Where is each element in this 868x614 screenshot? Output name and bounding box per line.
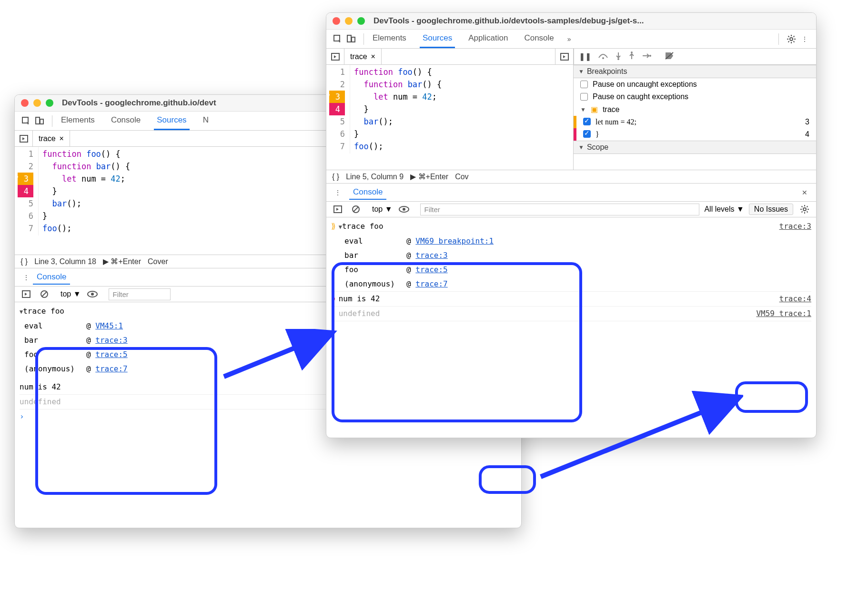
issues-button[interactable]: No Issues xyxy=(749,204,793,215)
tab-application[interactable]: Application xyxy=(465,30,511,48)
svg-point-13 xyxy=(790,38,793,41)
step-into-icon[interactable] xyxy=(615,51,622,62)
cursor-position: Line 5, Column 9 xyxy=(346,173,404,181)
more-tabs-icon[interactable] xyxy=(555,49,573,64)
coverage-label: Cov xyxy=(455,173,468,181)
zoom-dot[interactable] xyxy=(46,99,53,107)
close-drawer-icon[interactable]: ✕ xyxy=(798,186,811,199)
source-link[interactable]: trace:7 xyxy=(95,364,127,373)
tab-elements[interactable]: Elements xyxy=(370,30,409,48)
source-link[interactable]: VM69 breakpoint:1 xyxy=(415,236,494,246)
step-out-icon[interactable] xyxy=(628,51,635,62)
pretty-print-icon[interactable]: { } xyxy=(20,257,28,266)
breakpoint-line: 3 xyxy=(805,118,809,126)
traffic-lights xyxy=(333,17,365,25)
more-tabs-chevron-icon[interactable]: » xyxy=(567,35,571,43)
device-icon[interactable] xyxy=(33,115,46,127)
clear-console-icon[interactable] xyxy=(349,203,363,215)
breakpoint-line: 4 xyxy=(805,130,809,139)
svg-point-16 xyxy=(602,57,604,59)
source-link[interactable]: trace:3 xyxy=(779,219,811,234)
run-hint: ▶ ⌘+Enter xyxy=(103,257,141,266)
drawer-menu-icon[interactable]: ⋮ xyxy=(331,186,344,199)
close-icon[interactable]: × xyxy=(371,52,375,61)
pause-icon[interactable]: ❚❚ xyxy=(579,52,591,61)
step-icon[interactable] xyxy=(642,52,651,61)
console-message: num is 42 xyxy=(339,292,380,306)
context-selector[interactable]: top ▼ xyxy=(61,290,81,298)
tab-console[interactable]: Console xyxy=(108,112,143,130)
breakpoint-item[interactable]: let num = 42; 3 xyxy=(576,116,816,128)
drawer-menu-icon[interactable]: ⋮ xyxy=(20,271,33,284)
source-link[interactable]: trace:3 xyxy=(95,336,127,345)
inspect-icon[interactable] xyxy=(331,33,344,45)
inspect-icon[interactable] xyxy=(20,115,33,127)
clear-console-icon[interactable] xyxy=(38,288,51,300)
minimize-dot[interactable] xyxy=(345,17,353,25)
log-levels-selector[interactable]: All levels ▼ xyxy=(704,205,744,214)
scope-header[interactable]: ▼Scope xyxy=(574,141,816,154)
deactivate-breakpoints-icon[interactable] xyxy=(665,51,674,62)
window-title: DevTools - googlechrome.github.io/devtoo… xyxy=(373,16,644,26)
source-link[interactable]: VM45:1 xyxy=(95,321,123,330)
settings-gear-icon[interactable] xyxy=(785,33,798,45)
stack-frame[interactable]: eval@ VM69 breakpoint:1 xyxy=(344,234,811,248)
svg-point-20 xyxy=(631,51,633,53)
show-navigator-icon[interactable] xyxy=(326,49,344,64)
source-link[interactable]: trace:3 xyxy=(415,251,447,260)
show-navigator-icon[interactable] xyxy=(15,131,33,146)
minimize-dot[interactable] xyxy=(33,99,41,107)
svg-rect-10 xyxy=(334,35,340,41)
filter-input[interactable]: Filter xyxy=(109,288,171,300)
code-editor[interactable]: 1234567 function foo() { function bar() … xyxy=(326,65,573,154)
context-selector[interactable]: top ▼ xyxy=(372,205,393,214)
pause-uncaught-checkbox[interactable]: Pause on uncaught exceptions xyxy=(574,78,816,91)
settings-gear-icon[interactable] xyxy=(798,203,811,215)
eye-icon[interactable] xyxy=(397,203,411,215)
eye-icon[interactable] xyxy=(86,288,99,300)
stack-frame[interactable]: (anonymous)@ trace:7 xyxy=(344,277,811,291)
tab-console[interactable]: Console xyxy=(521,30,556,48)
tab-sources[interactable]: Sources xyxy=(154,112,189,130)
svg-point-28 xyxy=(403,208,405,211)
close-dot[interactable] xyxy=(333,17,340,25)
coverage-label: Cover xyxy=(148,257,168,266)
panel-tabs: Elements Sources Application Console » xyxy=(370,30,571,48)
drawer-tab-console[interactable]: Console xyxy=(33,270,70,285)
breakpoint-group[interactable]: ▼▣trace xyxy=(574,103,816,116)
filter-input[interactable]: Filter xyxy=(420,204,700,215)
console-output[interactable]: ⟫ ▼trace foo trace:3 eval@ VM69 breakpoi… xyxy=(326,217,816,338)
svg-point-29 xyxy=(803,208,806,211)
panel-tabs: Elements Console Sources N xyxy=(58,112,212,130)
breakpoints-header[interactable]: ▼Breakpoints xyxy=(574,65,816,78)
drawer-tab-console[interactable]: Console xyxy=(349,185,386,200)
tab-elements[interactable]: Elements xyxy=(58,112,98,130)
tab-sources[interactable]: Sources xyxy=(420,30,455,48)
close-dot[interactable] xyxy=(21,99,29,107)
sidebar-toggle-icon[interactable] xyxy=(20,288,33,300)
tab-more[interactable]: N xyxy=(200,112,212,130)
step-over-icon[interactable] xyxy=(598,52,608,61)
file-tab-trace[interactable]: trace × xyxy=(344,49,382,64)
trace-header: trace foo xyxy=(342,222,384,231)
source-link[interactable]: trace:4 xyxy=(779,292,811,306)
close-icon[interactable]: × xyxy=(60,134,64,143)
window-title: DevTools - googlechrome.github.io/devt xyxy=(62,98,216,108)
zoom-dot[interactable] xyxy=(357,17,365,25)
file-tab-trace[interactable]: trace × xyxy=(33,131,70,146)
kebab-menu-icon[interactable]: ⋮ xyxy=(798,33,811,45)
source-link[interactable]: trace:7 xyxy=(415,279,447,288)
stack-frame[interactable]: foo@ trace:5 xyxy=(344,263,811,277)
sidebar-toggle-icon[interactable] xyxy=(331,203,344,215)
source-link[interactable]: VM59 trace:1 xyxy=(756,307,811,321)
source-link[interactable]: trace:5 xyxy=(95,350,127,359)
stack-frame[interactable]: bar@ trace:3 xyxy=(344,248,811,263)
source-link[interactable]: trace:5 xyxy=(415,265,447,274)
console-undefined: undefined xyxy=(339,307,380,321)
console-prompt[interactable]: › xyxy=(331,321,811,336)
breakpoint-item[interactable]: } 4 xyxy=(576,128,816,141)
pause-caught-checkbox[interactable]: Pause on caught exceptions xyxy=(574,91,816,103)
svg-rect-0 xyxy=(22,117,28,123)
device-icon[interactable] xyxy=(344,33,358,45)
pretty-print-icon[interactable]: { } xyxy=(332,173,339,181)
